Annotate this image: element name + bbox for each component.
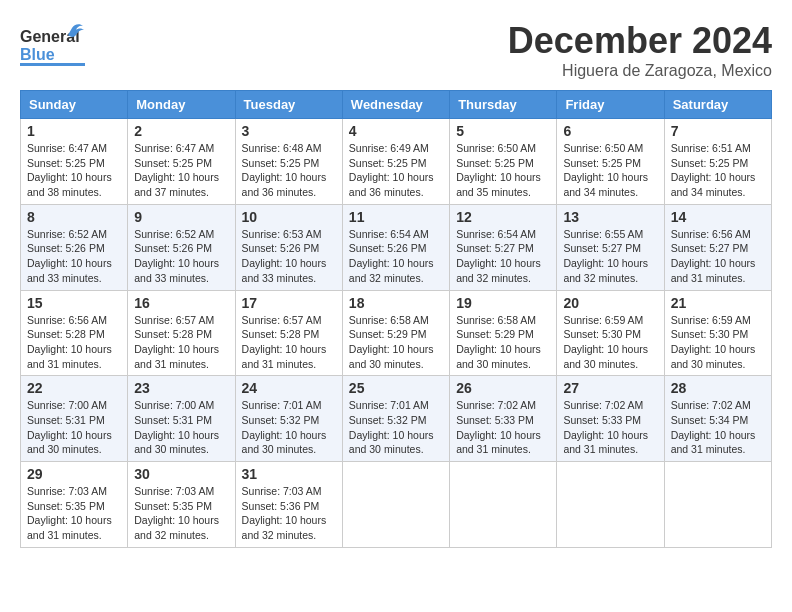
day-number: 25 — [349, 380, 443, 396]
day-number: 24 — [242, 380, 336, 396]
calendar-row: 22Sunrise: 7:00 AM Sunset: 5:31 PM Dayli… — [21, 376, 772, 462]
day-info: Sunrise: 7:01 AM Sunset: 5:32 PM Dayligh… — [349, 398, 443, 457]
calendar-cell: 23Sunrise: 7:00 AM Sunset: 5:31 PM Dayli… — [128, 376, 235, 462]
calendar-cell: 24Sunrise: 7:01 AM Sunset: 5:32 PM Dayli… — [235, 376, 342, 462]
day-info: Sunrise: 7:01 AM Sunset: 5:32 PM Dayligh… — [242, 398, 336, 457]
calendar-cell: 21Sunrise: 6:59 AM Sunset: 5:30 PM Dayli… — [664, 290, 771, 376]
calendar-cell: 10Sunrise: 6:53 AM Sunset: 5:26 PM Dayli… — [235, 204, 342, 290]
day-info: Sunrise: 6:56 AM Sunset: 5:28 PM Dayligh… — [27, 313, 121, 372]
day-info: Sunrise: 6:59 AM Sunset: 5:30 PM Dayligh… — [563, 313, 657, 372]
day-number: 9 — [134, 209, 228, 225]
page-subtitle: Higuera de Zaragoza, Mexico — [508, 62, 772, 80]
calendar-cell: 28Sunrise: 7:02 AM Sunset: 5:34 PM Dayli… — [664, 376, 771, 462]
day-info: Sunrise: 6:56 AM Sunset: 5:27 PM Dayligh… — [671, 227, 765, 286]
logo: General Blue — [20, 20, 85, 68]
svg-rect-2 — [20, 63, 85, 66]
day-info: Sunrise: 6:58 AM Sunset: 5:29 PM Dayligh… — [456, 313, 550, 372]
day-number: 7 — [671, 123, 765, 139]
day-info: Sunrise: 6:59 AM Sunset: 5:30 PM Dayligh… — [671, 313, 765, 372]
day-number: 27 — [563, 380, 657, 396]
day-info: Sunrise: 6:52 AM Sunset: 5:26 PM Dayligh… — [134, 227, 228, 286]
day-info: Sunrise: 7:00 AM Sunset: 5:31 PM Dayligh… — [134, 398, 228, 457]
day-number: 26 — [456, 380, 550, 396]
day-number: 14 — [671, 209, 765, 225]
calendar-cell: 17Sunrise: 6:57 AM Sunset: 5:28 PM Dayli… — [235, 290, 342, 376]
calendar-row: 29Sunrise: 7:03 AM Sunset: 5:35 PM Dayli… — [21, 462, 772, 548]
day-number: 8 — [27, 209, 121, 225]
day-number: 18 — [349, 295, 443, 311]
day-number: 2 — [134, 123, 228, 139]
day-number: 4 — [349, 123, 443, 139]
calendar-cell: 19Sunrise: 6:58 AM Sunset: 5:29 PM Dayli… — [450, 290, 557, 376]
calendar-cell — [664, 462, 771, 548]
calendar-cell: 7Sunrise: 6:51 AM Sunset: 5:25 PM Daylig… — [664, 119, 771, 205]
calendar-row: 15Sunrise: 6:56 AM Sunset: 5:28 PM Dayli… — [21, 290, 772, 376]
day-info: Sunrise: 6:50 AM Sunset: 5:25 PM Dayligh… — [456, 141, 550, 200]
day-info: Sunrise: 7:00 AM Sunset: 5:31 PM Dayligh… — [27, 398, 121, 457]
day-info: Sunrise: 7:03 AM Sunset: 5:36 PM Dayligh… — [242, 484, 336, 543]
calendar-cell: 1Sunrise: 6:47 AM Sunset: 5:25 PM Daylig… — [21, 119, 128, 205]
day-info: Sunrise: 7:02 AM Sunset: 5:33 PM Dayligh… — [456, 398, 550, 457]
calendar-cell: 2Sunrise: 6:47 AM Sunset: 5:25 PM Daylig… — [128, 119, 235, 205]
calendar-cell: 9Sunrise: 6:52 AM Sunset: 5:26 PM Daylig… — [128, 204, 235, 290]
calendar-cell: 29Sunrise: 7:03 AM Sunset: 5:35 PM Dayli… — [21, 462, 128, 548]
day-number: 3 — [242, 123, 336, 139]
day-info: Sunrise: 7:02 AM Sunset: 5:33 PM Dayligh… — [563, 398, 657, 457]
day-number: 29 — [27, 466, 121, 482]
day-number: 11 — [349, 209, 443, 225]
day-number: 16 — [134, 295, 228, 311]
calendar-cell: 15Sunrise: 6:56 AM Sunset: 5:28 PM Dayli… — [21, 290, 128, 376]
day-number: 10 — [242, 209, 336, 225]
day-info: Sunrise: 6:54 AM Sunset: 5:26 PM Dayligh… — [349, 227, 443, 286]
weekday-header: Monday — [128, 91, 235, 119]
day-number: 28 — [671, 380, 765, 396]
calendar-cell: 20Sunrise: 6:59 AM Sunset: 5:30 PM Dayli… — [557, 290, 664, 376]
day-info: Sunrise: 6:58 AM Sunset: 5:29 PM Dayligh… — [349, 313, 443, 372]
day-info: Sunrise: 6:51 AM Sunset: 5:25 PM Dayligh… — [671, 141, 765, 200]
calendar-cell: 26Sunrise: 7:02 AM Sunset: 5:33 PM Dayli… — [450, 376, 557, 462]
page-title: December 2024 — [508, 20, 772, 62]
calendar-cell: 8Sunrise: 6:52 AM Sunset: 5:26 PM Daylig… — [21, 204, 128, 290]
day-number: 20 — [563, 295, 657, 311]
day-number: 31 — [242, 466, 336, 482]
calendar-cell: 6Sunrise: 6:50 AM Sunset: 5:25 PM Daylig… — [557, 119, 664, 205]
calendar-cell: 27Sunrise: 7:02 AM Sunset: 5:33 PM Dayli… — [557, 376, 664, 462]
day-number: 1 — [27, 123, 121, 139]
day-info: Sunrise: 6:57 AM Sunset: 5:28 PM Dayligh… — [134, 313, 228, 372]
weekday-header: Thursday — [450, 91, 557, 119]
weekday-header: Friday — [557, 91, 664, 119]
svg-text:Blue: Blue — [20, 46, 55, 63]
page-header: General Blue December 2024 Higuera de Za… — [20, 20, 772, 80]
weekday-header: Wednesday — [342, 91, 449, 119]
calendar-table: SundayMondayTuesdayWednesdayThursdayFrid… — [20, 90, 772, 548]
day-number: 12 — [456, 209, 550, 225]
day-number: 5 — [456, 123, 550, 139]
day-info: Sunrise: 6:55 AM Sunset: 5:27 PM Dayligh… — [563, 227, 657, 286]
day-info: Sunrise: 7:03 AM Sunset: 5:35 PM Dayligh… — [27, 484, 121, 543]
day-info: Sunrise: 6:47 AM Sunset: 5:25 PM Dayligh… — [27, 141, 121, 200]
day-info: Sunrise: 6:47 AM Sunset: 5:25 PM Dayligh… — [134, 141, 228, 200]
day-info: Sunrise: 6:54 AM Sunset: 5:27 PM Dayligh… — [456, 227, 550, 286]
calendar-row: 1Sunrise: 6:47 AM Sunset: 5:25 PM Daylig… — [21, 119, 772, 205]
day-info: Sunrise: 6:52 AM Sunset: 5:26 PM Dayligh… — [27, 227, 121, 286]
title-block: December 2024 Higuera de Zaragoza, Mexic… — [508, 20, 772, 80]
calendar-cell: 22Sunrise: 7:00 AM Sunset: 5:31 PM Dayli… — [21, 376, 128, 462]
calendar-cell: 4Sunrise: 6:49 AM Sunset: 5:25 PM Daylig… — [342, 119, 449, 205]
calendar-cell: 13Sunrise: 6:55 AM Sunset: 5:27 PM Dayli… — [557, 204, 664, 290]
day-info: Sunrise: 7:03 AM Sunset: 5:35 PM Dayligh… — [134, 484, 228, 543]
calendar-cell: 18Sunrise: 6:58 AM Sunset: 5:29 PM Dayli… — [342, 290, 449, 376]
calendar-cell — [450, 462, 557, 548]
calendar-cell: 5Sunrise: 6:50 AM Sunset: 5:25 PM Daylig… — [450, 119, 557, 205]
day-number: 22 — [27, 380, 121, 396]
day-number: 17 — [242, 295, 336, 311]
weekday-header: Sunday — [21, 91, 128, 119]
calendar-row: 8Sunrise: 6:52 AM Sunset: 5:26 PM Daylig… — [21, 204, 772, 290]
calendar-cell: 31Sunrise: 7:03 AM Sunset: 5:36 PM Dayli… — [235, 462, 342, 548]
day-number: 21 — [671, 295, 765, 311]
day-number: 30 — [134, 466, 228, 482]
calendar-cell: 16Sunrise: 6:57 AM Sunset: 5:28 PM Dayli… — [128, 290, 235, 376]
calendar-cell: 14Sunrise: 6:56 AM Sunset: 5:27 PM Dayli… — [664, 204, 771, 290]
calendar-cell: 25Sunrise: 7:01 AM Sunset: 5:32 PM Dayli… — [342, 376, 449, 462]
day-number: 13 — [563, 209, 657, 225]
calendar-cell — [557, 462, 664, 548]
